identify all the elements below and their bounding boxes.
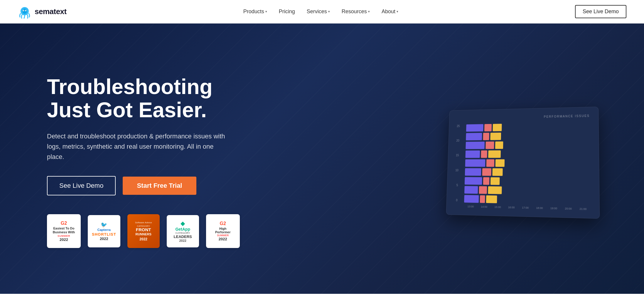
nav-item-pricing[interactable]: Pricing — [279, 9, 295, 15]
capterra-icon: 🐦 — [101, 222, 107, 228]
bar-row — [465, 159, 590, 167]
bar-yellow — [490, 177, 500, 185]
bar-purple — [466, 150, 480, 158]
bar-purple — [466, 124, 483, 132]
bar-pink — [485, 141, 494, 149]
bar-row — [465, 177, 590, 186]
bar-row — [464, 195, 590, 205]
svg-point-1 — [22, 9, 27, 14]
bar-row — [464, 186, 590, 195]
chart-area: 25 20 15 10 5 0 — [454, 122, 590, 210]
chevron-down-icon: ▾ — [397, 10, 398, 14]
bar-pink — [479, 186, 487, 194]
chevron-down-icon: ▾ — [328, 10, 330, 14]
demo-button[interactable]: See Live Demo — [47, 176, 116, 195]
bar-yellow — [488, 150, 501, 158]
bar-row — [466, 150, 590, 157]
nav-links: Products ▾ Pricing Services ▾ Resources … — [243, 9, 398, 15]
hero-buttons: See Live Demo Start Free Trial — [47, 176, 350, 195]
bar-yellow — [493, 124, 502, 131]
nav-demo-button[interactable]: See Live Demo — [575, 5, 626, 18]
bar-yellow — [488, 186, 502, 194]
nav-item-about[interactable]: About ▾ — [382, 9, 398, 15]
hero-right: PERFORMANCE ISSUES 25 20 15 10 5 0 — [350, 108, 597, 216]
bar-yellow — [486, 195, 497, 203]
hero-headline: Troubleshooting Just Got Easier. — [47, 75, 350, 122]
logo-text: sematext — [35, 7, 67, 16]
hero-content: Troubleshooting Just Got Easier. Detect … — [0, 24, 644, 294]
trial-button[interactable]: Start Free Trial — [123, 177, 196, 195]
hero-section: Troubleshooting Just Got Easier. Detect … — [0, 24, 644, 294]
bar-yellow — [492, 168, 503, 176]
g2-icon: G2 — [61, 221, 67, 226]
bar-pink — [482, 168, 491, 176]
bar-pink — [483, 177, 490, 185]
badge-software-advice: Software Advice CATEGORY FRONT RUNNERS 2… — [127, 214, 160, 248]
bar-yellow — [495, 159, 505, 167]
bar-row — [465, 168, 590, 176]
bar-purple — [465, 177, 482, 185]
nav-item-resources[interactable]: Resources ▾ — [342, 9, 370, 15]
svg-point-5 — [26, 10, 26, 11]
bar-pink — [480, 195, 485, 203]
performance-chart: PERFORMANCE ISSUES 25 20 15 10 5 0 — [446, 106, 600, 219]
bar-pink — [486, 159, 494, 167]
logo-link[interactable]: sematext — [18, 5, 67, 19]
bar-row — [466, 140, 590, 149]
bar-pink — [483, 133, 489, 140]
bar-purple — [464, 186, 478, 194]
bar-yellow — [495, 141, 503, 149]
nav-item-products[interactable]: Products ▾ — [243, 9, 267, 15]
getapp-icon: ◆ — [181, 220, 185, 227]
navbar: sematext Products ▾ Pricing Services ▾ R… — [0, 0, 644, 24]
bar-purple — [465, 159, 485, 167]
chart-y-axis: 25 20 15 10 5 0 — [454, 124, 462, 207]
bar-purple — [466, 141, 485, 149]
bar-pink — [481, 150, 487, 157]
chart-bars-area: 13:00 14:00 15:00 16:00 17:00 18:00 19:0… — [464, 122, 591, 210]
bar-purple — [464, 195, 479, 203]
badges-row: G2 Easiest To Do Business With SUMMER 20… — [47, 214, 350, 248]
chart-bars-group — [464, 122, 590, 205]
badge-getapp: ◆ GetApp CATEGORY LEADERS 2022 — [167, 215, 199, 247]
svg-point-4 — [23, 10, 24, 11]
hero-left: Troubleshooting Just Got Easier. Detect … — [47, 75, 350, 248]
bar-row — [466, 122, 590, 131]
logo-icon — [18, 5, 32, 19]
chart-x-axis: 13:00 14:00 15:00 16:00 17:00 18:00 19:0… — [464, 205, 591, 211]
g2-high-icon: G2 — [220, 221, 226, 226]
chart-title: PERFORMANCE ISSUES — [457, 114, 590, 120]
bar-purple — [466, 133, 482, 140]
nav-item-services[interactable]: Services ▾ — [307, 9, 330, 15]
badge-g2-high-performer: G2 High Performer SUMMER 2022 — [206, 214, 240, 248]
badge-capterra: 🐦 Capterra SHORTLIST 2022 — [88, 215, 120, 247]
badge-g2-easiest: G2 Easiest To Do Business With SUMMER 20… — [47, 214, 81, 248]
chevron-down-icon: ▾ — [265, 10, 267, 14]
bar-purple — [465, 168, 481, 176]
bar-row — [466, 131, 590, 140]
bar-pink — [484, 124, 492, 131]
hero-subtext: Detect and troubleshoot production & per… — [47, 131, 229, 162]
bar-yellow — [490, 133, 501, 140]
chevron-down-icon: ▾ — [368, 10, 370, 14]
